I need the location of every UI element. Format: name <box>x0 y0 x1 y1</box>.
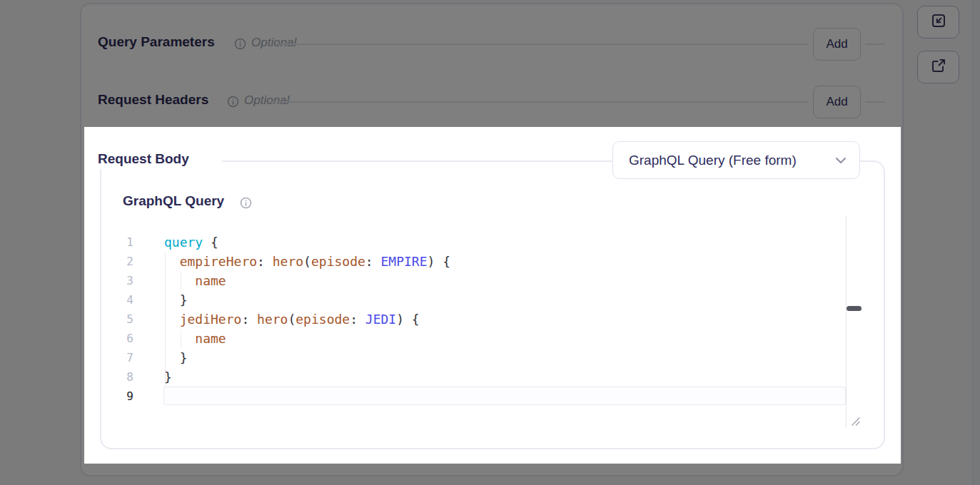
query-parameters-title: Query Parameters <box>98 34 215 50</box>
api-check-editor: { "request_form": { "query_parameters": … <box>0 0 980 485</box>
line-number: 9 <box>100 387 133 406</box>
square-arrow-out-icon <box>930 57 947 77</box>
chevron-down-icon <box>835 154 847 167</box>
editor-scrollbar-thumb[interactable] <box>847 306 862 311</box>
add-request-header-button[interactable]: Add <box>813 86 861 118</box>
editor-right-edge <box>846 215 847 428</box>
line-number: 3 <box>100 271 133 290</box>
divider <box>268 101 885 103</box>
add-query-parameter-button[interactable]: Add <box>813 28 861 61</box>
info-circle-icon[interactable] <box>234 38 246 53</box>
divider <box>275 44 885 45</box>
code-line: empireHero: hero(episode: EMPIRE) { <box>164 252 450 271</box>
code-line: name <box>164 271 450 290</box>
request-headers-optional-badge: Optional <box>244 93 289 108</box>
request-body-title: Request Body <box>98 151 189 167</box>
graphql-query-label: GraphQL Query <box>123 193 224 209</box>
line-number: 7 <box>100 348 133 367</box>
request-headers-title: Request Headers <box>98 92 208 108</box>
graphql-editor[interactable]: query { empireHero: hero(episode: EMPIRE… <box>164 233 450 406</box>
code-line: jediHero: hero(episode: JEDI) { <box>164 310 450 329</box>
request-body-legend: Request Body <box>84 149 222 169</box>
code-line: } <box>164 367 450 387</box>
line-number: 2 <box>100 252 133 271</box>
line-number: 1 <box>100 233 133 252</box>
right-rail <box>972 0 980 485</box>
code-line: } <box>164 290 450 310</box>
query-parameters-optional-badge: Optional <box>251 36 296 50</box>
body-type-select[interactable]: GraphQL Query (Free form) <box>612 141 860 179</box>
square-arrow-in-icon <box>930 12 947 32</box>
line-number: 6 <box>100 329 133 348</box>
code-line <box>164 387 450 406</box>
info-circle-icon[interactable] <box>240 197 252 212</box>
open-external-button[interactable] <box>917 51 959 83</box>
code-line: query { <box>164 233 450 252</box>
line-number: 5 <box>100 310 133 329</box>
body-type-selected-value: GraphQL Query (Free form) <box>629 153 835 168</box>
editor-gutter: 123456789 <box>100 233 133 406</box>
info-circle-icon[interactable] <box>227 96 239 111</box>
code-line: name <box>164 329 450 348</box>
code-line: } <box>164 348 450 367</box>
line-number: 8 <box>100 367 133 387</box>
resize-grip-icon[interactable] <box>850 416 862 430</box>
line-number: 4 <box>100 290 133 310</box>
edit-inline-button[interactable] <box>917 6 959 39</box>
